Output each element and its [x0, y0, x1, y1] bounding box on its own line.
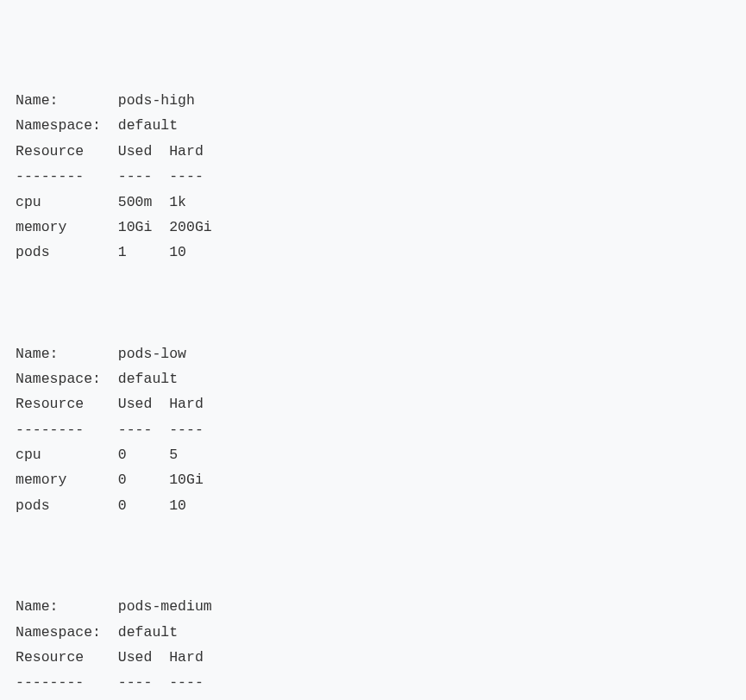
- value-namespace: default: [118, 366, 169, 391]
- output-line: Namespace:default: [16, 366, 730, 391]
- output-line: memory010Gi: [16, 467, 730, 492]
- cell-used: 0: [118, 442, 169, 467]
- output-line: ResourceUsedHard: [16, 391, 730, 416]
- output-line: Name:pods-high: [16, 88, 730, 113]
- header-resource: Resource: [16, 645, 118, 670]
- output-line: Namespace:default: [16, 113, 730, 138]
- value-namespace: default: [118, 113, 169, 138]
- divider: ----: [169, 670, 204, 695]
- divider: --------: [16, 417, 118, 442]
- output-line: cpu500m1k: [16, 190, 730, 215]
- cell-used: 1: [118, 240, 169, 265]
- divider: ----: [118, 417, 169, 442]
- resource-quota-block: Name:pods-highNamespace:defaultResourceU…: [16, 88, 730, 266]
- label-namespace: Namespace:: [16, 113, 118, 138]
- header-used: Used: [118, 391, 169, 416]
- cell-resource: cpu: [16, 190, 118, 215]
- label-name: Name:: [16, 594, 118, 619]
- cell-used: 0: [118, 467, 169, 492]
- output-line: Name:pods-medium: [16, 594, 730, 619]
- header-used: Used: [118, 645, 169, 670]
- header-hard: Hard: [169, 139, 204, 164]
- divider: --------: [16, 670, 118, 695]
- output-line: cpu010: [16, 696, 730, 700]
- label-name: Name:: [16, 341, 118, 366]
- cell-resource: pods: [16, 240, 118, 265]
- cell-resource: memory: [16, 467, 118, 492]
- value-namespace: default: [118, 620, 169, 645]
- output-line: ResourceUsedHard: [16, 139, 730, 164]
- divider: ----: [118, 670, 169, 695]
- output-line: Namespace:default: [16, 620, 730, 645]
- output-line: ----------------: [16, 670, 730, 695]
- resource-quota-block: Name:pods-mediumNamespace:defaultResourc…: [16, 594, 730, 700]
- cell-hard: 10Gi: [169, 467, 204, 492]
- cell-used: 10Gi: [118, 215, 169, 240]
- cell-resource: cpu: [16, 442, 118, 467]
- header-resource: Resource: [16, 139, 118, 164]
- cell-resource: cpu: [16, 696, 118, 700]
- resource-quota-block: Name:pods-lowNamespace:defaultResourceUs…: [16, 341, 730, 519]
- cell-hard: 200Gi: [169, 215, 212, 240]
- cell-used: 500m: [118, 190, 169, 215]
- cell-hard: 10: [169, 240, 186, 265]
- cell-hard: 5: [169, 442, 178, 467]
- value-name: pods-medium: [118, 594, 169, 619]
- divider: ----: [169, 164, 204, 189]
- output-line: memory10Gi200Gi: [16, 215, 730, 240]
- cell-hard: 1k: [169, 190, 186, 215]
- divider: ----: [169, 417, 204, 442]
- header-used: Used: [118, 139, 169, 164]
- output-line: pods010: [16, 493, 730, 518]
- output-line: Name:pods-low: [16, 341, 730, 366]
- cell-resource: pods: [16, 493, 118, 518]
- output-line: ResourceUsedHard: [16, 645, 730, 670]
- header-hard: Hard: [169, 645, 204, 670]
- output-line: ----------------: [16, 417, 730, 442]
- cell-used: 0: [118, 493, 169, 518]
- terminal-output: Name:pods-highNamespace:defaultResourceU…: [16, 88, 730, 700]
- value-name: pods-high: [118, 88, 169, 113]
- label-namespace: Namespace:: [16, 366, 118, 391]
- label-namespace: Namespace:: [16, 620, 118, 645]
- output-line: cpu05: [16, 442, 730, 467]
- output-line: pods110: [16, 240, 730, 265]
- divider: ----: [118, 164, 169, 189]
- header-resource: Resource: [16, 391, 118, 416]
- output-line: ----------------: [16, 164, 730, 189]
- label-name: Name:: [16, 88, 118, 113]
- cell-resource: memory: [16, 215, 118, 240]
- cell-hard: 10: [169, 493, 186, 518]
- value-name: pods-low: [118, 341, 169, 366]
- header-hard: Hard: [169, 391, 204, 416]
- divider: --------: [16, 164, 118, 189]
- cell-hard: 10: [169, 696, 186, 700]
- cell-used: 0: [118, 696, 169, 700]
